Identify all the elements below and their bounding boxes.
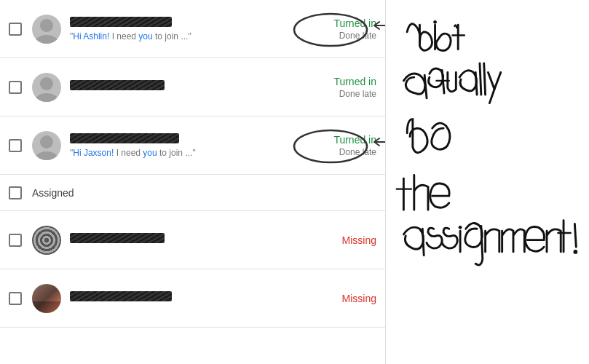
- row3-avatar: [32, 131, 61, 160]
- row2-status: Turned in Done late: [304, 76, 376, 99]
- handwriting-panel: [386, 0, 589, 364]
- row2-name: [70, 80, 165, 90]
- row1-status-sub: Done late: [304, 31, 376, 41]
- row5-name: [70, 233, 165, 243]
- row6-name: [70, 291, 172, 301]
- table-row: "Hi Ashlin! I need you to join ..." Turn…: [0, 0, 385, 58]
- row1-status-label: Turned in: [304, 17, 376, 29]
- section-assigned: Assigned: [0, 175, 385, 211]
- row5-status: Missing: [304, 234, 376, 246]
- row5-checkbox[interactable]: [9, 234, 22, 247]
- row1-preview-hi: Hi Ashlin!: [73, 31, 109, 41]
- handwriting-svg: [393, 7, 582, 357]
- row3-preview: "Hi Jaxson! I need you to join ...": [70, 148, 296, 158]
- row2-status-sub: Done late: [304, 89, 376, 99]
- row6-info: [70, 291, 296, 306]
- section-label: Assigned: [32, 187, 74, 199]
- row3-checkbox[interactable]: [9, 139, 22, 152]
- row5-status-label: Missing: [304, 234, 376, 246]
- svg-point-9: [459, 226, 462, 229]
- svg-point-6: [35, 151, 58, 160]
- row3-status-sub: Done late: [304, 147, 376, 157]
- student-list: "Hi Ashlin! I need you to join ..." Turn…: [0, 0, 386, 364]
- row2-status-label: Turned in: [304, 76, 376, 87]
- table-row: Missing: [0, 211, 385, 269]
- row3-status: Turned in Done late: [304, 134, 376, 157]
- row6-avatar: [32, 284, 61, 313]
- svg-point-1: [35, 35, 58, 44]
- svg-point-5: [40, 135, 53, 149]
- svg-point-4: [35, 93, 58, 102]
- row3-name: [70, 133, 179, 143]
- row1-info: "Hi Ashlin! I need you to join ...": [70, 17, 296, 41]
- row5-info: [70, 233, 296, 248]
- row1-preview: "Hi Ashlin! I need you to join ...": [70, 31, 296, 41]
- row6-status-label: Missing: [304, 293, 376, 304]
- row6-status: Missing: [304, 293, 376, 304]
- row2-info: [70, 80, 296, 95]
- row3-status-label: Turned in: [304, 134, 376, 146]
- row1-checkbox[interactable]: [9, 23, 22, 36]
- svg-point-3: [40, 77, 53, 90]
- table-row: "Hi Jaxson! I need you to join ..." Turn…: [0, 116, 385, 175]
- svg-point-0: [40, 19, 53, 32]
- row2-avatar: [32, 73, 61, 102]
- row3-info: "Hi Jaxson! I need you to join ...": [70, 133, 296, 158]
- row1-name: [70, 17, 172, 27]
- table-row: Turned in Done late: [0, 58, 385, 116]
- row5-avatar: [32, 226, 61, 255]
- section-checkbox[interactable]: [9, 186, 22, 199]
- row1-status: Turned in Done late: [304, 17, 376, 41]
- table-row: Missing: [0, 269, 385, 328]
- row2-checkbox[interactable]: [9, 81, 22, 94]
- row6-checkbox[interactable]: [9, 292, 22, 305]
- svg-point-8: [433, 20, 437, 24]
- svg-point-10: [573, 250, 577, 254]
- row1-avatar: [32, 15, 61, 44]
